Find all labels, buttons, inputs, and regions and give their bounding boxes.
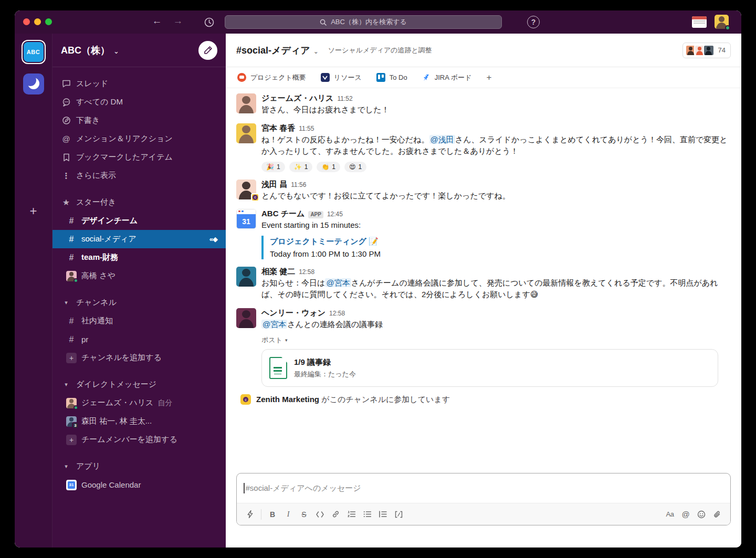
sidebar-dm-james[interactable]: ジェームズ・ハリス 自分	[52, 394, 226, 412]
blockquote-button[interactable]	[375, 507, 391, 522]
mention-button[interactable]: @	[678, 507, 694, 522]
emoji-button[interactable]	[694, 507, 709, 522]
ordered-list-button[interactable]	[343, 507, 359, 522]
compose-button[interactable]	[198, 41, 217, 60]
message-author[interactable]: 相楽 健二	[261, 267, 295, 277]
sidebar-app-google-calendar[interactable]: 31 Google Calendar	[52, 476, 226, 494]
sidebar-item-more[interactable]: ⋮ さらに表示	[52, 166, 226, 185]
bookmark-todo[interactable]: To Do	[376, 73, 407, 82]
workspace-abc-button[interactable]: ABC	[22, 40, 46, 64]
close-window-button[interactable]	[23, 18, 30, 25]
add-channel-button[interactable]: + チャンネルを追加する	[52, 349, 226, 367]
reaction-pill[interactable]: 👏1	[317, 162, 340, 172]
message-author[interactable]: ヘンリー・ウォン	[261, 308, 326, 318]
section-dms[interactable]: ▾ ダイレクトメッセージ	[52, 375, 226, 394]
section-channels[interactable]: ▾ チャンネル	[52, 293, 226, 312]
hash-icon: #	[66, 253, 77, 262]
history-back-button[interactable]: ←	[150, 15, 164, 27]
avatar[interactable]	[236, 123, 256, 143]
sidebar-channel-design-team[interactable]: # デザインチーム	[52, 212, 226, 230]
sidebar-channel-team-finance[interactable]: # team-財務	[52, 248, 226, 267]
sidebar-item-label: ブックマークしたアイテム	[76, 152, 173, 162]
message-author[interactable]: 宮本 春香	[261, 123, 295, 133]
message-author[interactable]: ジェームズ・ハリス	[261, 93, 333, 103]
workspace-name[interactable]: ABC（株）	[61, 44, 110, 57]
bookmark-project-overview[interactable]: プロジェクト概要	[237, 73, 306, 82]
sidebar-channel-internal-notice[interactable]: # 社内通知	[52, 312, 226, 330]
dm-label: 高橋 さや	[81, 271, 116, 281]
avatar[interactable]	[236, 93, 256, 113]
workspace-croissant-button[interactable]	[23, 73, 44, 94]
emoji: 👏	[321, 163, 329, 171]
avatar[interactable]	[236, 267, 256, 287]
bullet-list-button[interactable]	[359, 507, 375, 522]
mention[interactable]: @浅田	[429, 135, 455, 144]
message-input[interactable]: #social-メディアへのメッセージ	[237, 473, 730, 503]
hash-icon: #	[66, 317, 77, 326]
channel-title[interactable]: #social-メディア	[236, 44, 310, 57]
text-format-toggle[interactable]: Aa	[662, 507, 678, 522]
avatar[interactable]	[236, 308, 256, 328]
sidebar-channel-social-media[interactable]: # social-メディア «◆	[52, 230, 226, 248]
sidebar-item-drafts[interactable]: 下書き	[52, 111, 226, 130]
section-apps[interactable]: ▾ アプリ	[52, 457, 226, 476]
reaction-pill[interactable]: ✨1	[289, 162, 313, 172]
message-author[interactable]: 浅田 昌	[261, 180, 287, 189]
code-block-button[interactable]	[391, 507, 406, 522]
strikethrough-button[interactable]: S	[296, 507, 312, 522]
sidebar-item-saved[interactable]: ブックマークしたアイテム	[52, 148, 226, 166]
sidebar-item-mentions[interactable]: @ メンション＆リアクション	[52, 130, 226, 148]
presence-dot	[725, 25, 730, 30]
chevron-down-icon: ▾	[61, 463, 71, 470]
app-name[interactable]: Zenith Marketing	[256, 395, 319, 404]
add-bookmark-button[interactable]: +	[486, 72, 491, 83]
code-button[interactable]	[312, 507, 328, 522]
sidebar-dm-group[interactable]: 3 森田 祐一, 林 圭太...	[52, 412, 226, 430]
history-clock-icon[interactable]	[203, 16, 215, 28]
link-button[interactable]	[328, 507, 343, 522]
message-timestamp: 12:58	[299, 268, 314, 276]
avatar[interactable]: c	[236, 180, 256, 199]
channel-topic[interactable]: ソーシャルメディアの追跡と調整	[328, 46, 432, 55]
section-starred[interactable]: ★ スター付き	[52, 193, 226, 212]
message-author[interactable]: ABC チーム	[261, 209, 304, 219]
file-attachment[interactable]: 1/9 議事録 最終編集：たった今	[261, 349, 718, 387]
add-workspace-button[interactable]: +	[24, 202, 43, 220]
attachment-icon[interactable]	[709, 507, 725, 522]
message: ジェームズ・ハリス 11:52 皆さん、今日はお疲れさまでした！	[236, 93, 731, 116]
reaction-pill[interactable]: 😍1	[344, 162, 366, 172]
bookmark-resources[interactable]: リソース	[321, 73, 362, 82]
presence-dot	[74, 405, 78, 410]
italic-button[interactable]: I	[280, 507, 296, 522]
document-icon	[269, 357, 287, 379]
reaction-pill[interactable]: 🎉1	[261, 162, 285, 172]
sidebar-item-threads[interactable]: スレッド	[52, 75, 226, 93]
search-input[interactable]: ABC（株）内を検索する	[225, 15, 502, 29]
sidebar-item-all-dms[interactable]: すべての DM	[52, 93, 226, 111]
add-teammates-button[interactable]: + チームメンバーを追加する	[52, 430, 226, 449]
message-text: 皆さん、今日はお疲れさまでした！	[261, 104, 731, 116]
bold-button[interactable]: B	[265, 507, 280, 522]
message-text: とんでもないです！お役に立ててよかったです！楽しかったですね。	[261, 190, 731, 202]
post-dropdown[interactable]: ポスト ▾	[261, 335, 731, 345]
shortcuts-bolt-icon[interactable]	[242, 507, 258, 522]
window-controls	[23, 18, 52, 25]
sidebar-channel-pr[interactable]: # pr	[52, 330, 226, 349]
history-forward-button[interactable]: →	[171, 15, 185, 27]
zoom-window-button[interactable]	[45, 18, 52, 25]
minimize-window-button[interactable]	[34, 18, 41, 25]
bookmark-jira-board[interactable]: JIRA ボード	[422, 73, 472, 82]
user-avatar[interactable]	[715, 15, 729, 29]
google-calendar-avatar[interactable]: 31	[236, 209, 256, 229]
event-link[interactable]: プロジェクトミーティング 📝	[270, 237, 731, 247]
section-label: アプリ	[76, 461, 100, 471]
drafts-icon	[61, 116, 71, 125]
sidebar-dm-takahashi[interactable]: 高橋 さや	[52, 267, 226, 285]
window-preview-icon[interactable]	[692, 16, 707, 28]
mention[interactable]: @宮本	[261, 320, 287, 329]
help-icon[interactable]: ?	[527, 16, 540, 28]
member-count-button[interactable]: 74	[682, 43, 731, 58]
jira-icon	[422, 73, 430, 82]
message: 宮本 春香 11:55 ね！ゲストの反応もよかったね！一安心だね。@浅田さん、ス…	[236, 123, 731, 172]
mention[interactable]: @宮本	[325, 278, 351, 287]
